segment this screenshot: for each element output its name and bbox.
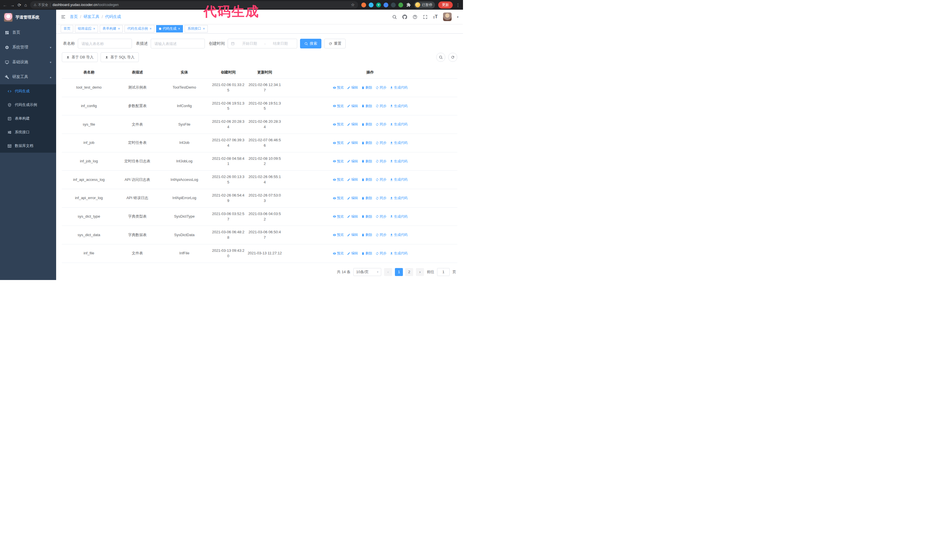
row-action-download[interactable]: 生成代码 bbox=[390, 159, 408, 164]
browser-menu-icon[interactable]: ⋮ bbox=[456, 3, 460, 7]
row-action-trash[interactable]: 删除 bbox=[361, 177, 372, 182]
help-icon[interactable] bbox=[413, 15, 418, 20]
row-action-eye[interactable]: 预览 bbox=[333, 196, 344, 201]
row-action-trash[interactable]: 删除 bbox=[361, 232, 372, 237]
reset-button[interactable]: 重置 bbox=[324, 39, 346, 48]
row-action-download[interactable]: 生成代码 bbox=[390, 104, 408, 109]
row-action-edit[interactable]: 编辑 bbox=[347, 214, 358, 219]
browser-forward-button[interactable]: → bbox=[10, 3, 15, 7]
fullscreen-icon[interactable] bbox=[423, 15, 428, 20]
sidebar-item[interactable]: 系统管理▾ bbox=[0, 40, 56, 55]
people-extension-icon[interactable] bbox=[383, 3, 388, 8]
table-row[interactable]: inf_file 文件表 InfFile 2021-03-13 09:43:20… bbox=[62, 245, 457, 263]
tab-active[interactable]: 代码生成× bbox=[156, 25, 183, 32]
close-tab-icon[interactable]: × bbox=[118, 27, 120, 30]
row-action-sync[interactable]: 同步 bbox=[375, 159, 387, 164]
row-action-trash[interactable]: 删除 bbox=[361, 122, 372, 127]
leaf-extension-icon[interactable] bbox=[398, 3, 403, 8]
font-size-icon[interactable]: TT bbox=[433, 14, 438, 20]
table-row[interactable]: sys_dict_data 字典数据表 SysDictData 2021-03-… bbox=[62, 226, 457, 245]
refresh-table-button[interactable] bbox=[448, 53, 457, 62]
green-v-extension-icon[interactable]: V bbox=[376, 3, 381, 8]
row-action-edit[interactable]: 编辑 bbox=[347, 159, 358, 164]
close-tab-icon[interactable]: × bbox=[178, 27, 180, 30]
close-tab-icon[interactable]: × bbox=[203, 27, 205, 30]
app-logo[interactable]: 芋道管理系统 bbox=[0, 10, 56, 25]
table-row[interactable]: inf_api_access_log API 访问日志表 InfApiAcces… bbox=[62, 171, 457, 189]
table-row[interactable]: sys_dict_type 字典类型表 SysDictType 2021-03-… bbox=[62, 208, 457, 226]
dark-extension-icon[interactable] bbox=[391, 3, 396, 8]
blue-drop-extension-icon[interactable] bbox=[369, 3, 374, 8]
tab-item[interactable]: 表单构建× bbox=[100, 25, 123, 32]
search-button[interactable]: 搜索 bbox=[300, 39, 321, 48]
goto-page-input[interactable] bbox=[437, 268, 449, 276]
row-action-trash[interactable]: 删除 bbox=[361, 85, 372, 90]
table-desc-input[interactable] bbox=[151, 39, 205, 48]
tab-item[interactable]: 链路追踪× bbox=[75, 25, 98, 32]
row-action-eye[interactable]: 预览 bbox=[333, 122, 344, 127]
row-action-edit[interactable]: 编辑 bbox=[347, 177, 358, 182]
row-action-eye[interactable]: 预览 bbox=[333, 104, 344, 109]
sidebar-subitem-active[interactable]: 代码生成 bbox=[0, 84, 56, 98]
row-action-sync[interactable]: 同步 bbox=[375, 104, 387, 109]
close-tab-icon[interactable]: × bbox=[93, 27, 95, 30]
address-bar[interactable]: ⚠ 不安全 dashboard.yudao.iocoder.cn/tool/co… bbox=[30, 1, 358, 9]
row-action-edit[interactable]: 编辑 bbox=[347, 232, 358, 237]
import-db-button[interactable]: 基于 DB 导入 bbox=[62, 53, 98, 62]
page-button-1[interactable]: 1 bbox=[395, 268, 403, 276]
row-action-trash[interactable]: 删除 bbox=[361, 251, 372, 256]
row-action-eye[interactable]: 预览 bbox=[333, 251, 344, 256]
row-action-trash[interactable]: 删除 bbox=[361, 214, 372, 219]
page-size-select[interactable]: 10条/页 ▾ bbox=[353, 268, 381, 276]
user-avatar[interactable] bbox=[443, 12, 452, 21]
row-action-trash[interactable]: 删除 bbox=[361, 140, 372, 145]
breadcrumb-item[interactable]: 研发工具 bbox=[83, 14, 100, 20]
row-action-download[interactable]: 生成代码 bbox=[390, 122, 408, 127]
sidebar-subitem[interactable]: 代码生成示例 bbox=[0, 98, 56, 112]
row-action-sync[interactable]: 同步 bbox=[375, 196, 387, 201]
import-sql-button[interactable]: 基于 SQL 导入 bbox=[101, 53, 139, 62]
create-time-range-picker[interactable]: 开始日期 - 结束日期 bbox=[228, 39, 297, 48]
browser-reload-button[interactable]: ⟳ bbox=[18, 3, 21, 7]
row-action-trash[interactable]: 删除 bbox=[361, 159, 372, 164]
extensions-puzzle-icon[interactable] bbox=[406, 3, 411, 7]
toggle-search-button[interactable] bbox=[436, 53, 445, 62]
table-row[interactable]: inf_job 定时任务表 InfJob 2021-02-07 06:39:34… bbox=[62, 134, 457, 152]
row-action-eye[interactable]: 预览 bbox=[333, 159, 344, 164]
browser-home-button[interactable]: ⌂ bbox=[24, 3, 27, 7]
orange-extension-icon[interactable] bbox=[361, 3, 366, 8]
row-action-edit[interactable]: 编辑 bbox=[347, 251, 358, 256]
browser-profile-chip[interactable]: 已暂停 bbox=[414, 2, 435, 9]
tab-item[interactable]: 首页 bbox=[61, 25, 73, 32]
user-menu-caret-icon[interactable]: ▾ bbox=[457, 15, 458, 18]
sidebar-item[interactable]: 基础设施▾ bbox=[0, 55, 56, 69]
row-action-sync[interactable]: 同步 bbox=[375, 232, 387, 237]
sidebar-subitem[interactable]: 数据库文档 bbox=[0, 139, 56, 152]
row-action-trash[interactable]: 删除 bbox=[361, 196, 372, 201]
row-action-edit[interactable]: 编辑 bbox=[347, 196, 358, 201]
github-icon[interactable] bbox=[402, 15, 407, 20]
header-search-icon[interactable] bbox=[392, 15, 397, 20]
row-action-download[interactable]: 生成代码 bbox=[390, 232, 408, 237]
browser-update-button[interactable]: 更新 bbox=[438, 2, 453, 9]
row-action-edit[interactable]: 编辑 bbox=[347, 140, 358, 145]
row-action-download[interactable]: 生成代码 bbox=[390, 140, 408, 145]
row-action-eye[interactable]: 预览 bbox=[333, 177, 344, 182]
row-action-trash[interactable]: 删除 bbox=[361, 104, 372, 109]
tab-item[interactable]: 系统接口× bbox=[185, 25, 208, 32]
table-row[interactable]: sys_file 文件表 SysFile 2021-02-06 20:28:34… bbox=[62, 115, 457, 134]
row-action-eye[interactable]: 预览 bbox=[333, 232, 344, 237]
next-page-button[interactable]: › bbox=[416, 268, 424, 276]
table-row[interactable]: inf_api_error_log API 错误日志 InfApiErrorLo… bbox=[62, 189, 457, 208]
row-action-download[interactable]: 生成代码 bbox=[390, 214, 408, 219]
table-row[interactable]: inf_config 参数配置表 InfConfig 2021-02-06 19… bbox=[62, 97, 457, 116]
row-action-edit[interactable]: 编辑 bbox=[347, 104, 358, 109]
table-row[interactable]: tool_test_demo 测试示例表 ToolTestDemo 2021-0… bbox=[62, 78, 457, 97]
row-action-eye[interactable]: 预览 bbox=[333, 214, 344, 219]
bookmark-star-icon[interactable]: ☆ bbox=[351, 2, 355, 8]
row-action-eye[interactable]: 预览 bbox=[333, 85, 344, 90]
sidebar-item[interactable]: 研发工具▴ bbox=[0, 69, 56, 84]
security-label[interactable]: 不安全 bbox=[38, 3, 48, 8]
sidebar-subitem[interactable]: 系统接口 bbox=[0, 125, 56, 139]
browser-back-button[interactable]: ← bbox=[3, 3, 7, 7]
